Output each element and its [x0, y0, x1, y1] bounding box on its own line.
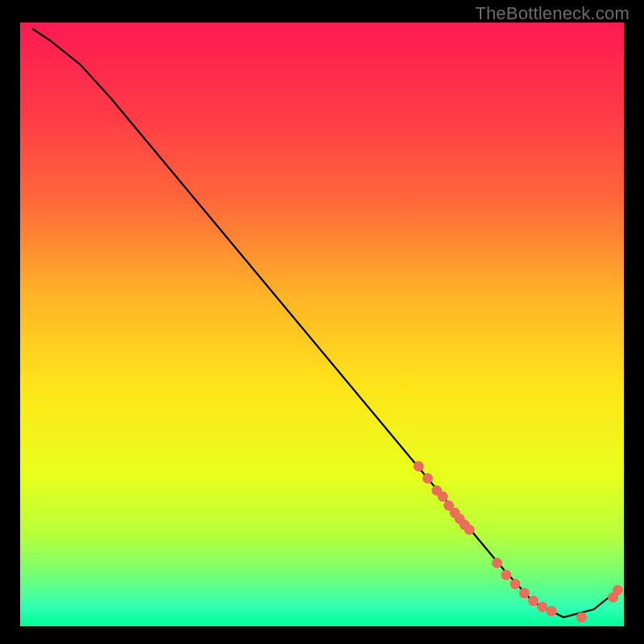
marker-point — [438, 491, 448, 502]
marker-point — [519, 588, 530, 598]
plot-area — [20, 23, 624, 626]
watermark-text: TheBottleneck.com — [475, 3, 630, 24]
marker-point — [547, 606, 557, 617]
marker-point — [537, 602, 547, 613]
marker-point — [492, 558, 502, 568]
marker-point — [464, 525, 475, 535]
marker-point — [528, 596, 539, 606]
marker-point — [613, 585, 623, 596]
marker-point — [423, 473, 433, 484]
gradient-background — [20, 23, 624, 626]
marker-point — [501, 570, 511, 580]
chart-svg — [20, 23, 624, 626]
marker-point — [576, 612, 587, 622]
chart-container: TheBottleneck.com — [0, 0, 644, 644]
marker-point — [510, 579, 521, 589]
marker-point — [414, 461, 424, 472]
